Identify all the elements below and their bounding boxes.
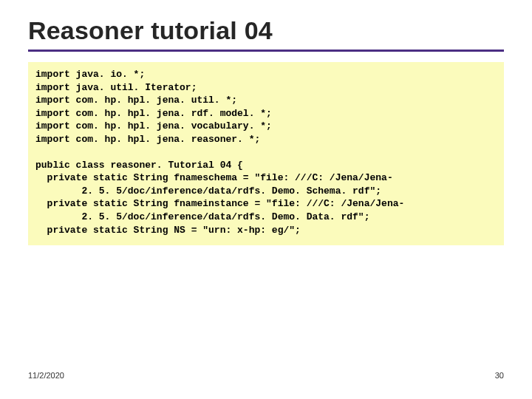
code-line: private static String fnameinstance = "f… <box>35 198 404 209</box>
code-line: private static String NS = "urn: x-hp: e… <box>35 225 301 236</box>
code-line: import com. hp. hpl. jena. vocabulary. *… <box>35 120 272 132</box>
code-block: import java. io. *; import java. util. I… <box>35 68 497 236</box>
code-line: import com. hp. hpl. jena. reasoner. *; <box>35 134 260 145</box>
footer-page: 30 <box>495 371 504 380</box>
code-line: import com. hp. hpl. jena. util. *; <box>35 95 237 106</box>
code-line: public class reasoner. Tutorial 04 { <box>35 160 243 171</box>
footer-date: 11/2/2020 <box>28 371 64 380</box>
slide: Reasoner tutorial 04 import java. io. *;… <box>0 0 532 399</box>
page-title: Reasoner tutorial 04 <box>28 16 504 45</box>
code-line: 2. 5. 5/doc/inference/data/rdfs. Demo. S… <box>35 185 381 197</box>
code-box: import java. io. *; import java. util. I… <box>28 62 504 245</box>
title-wrap: Reasoner tutorial 04 <box>28 16 504 52</box>
code-line: import java. util. Iterator; <box>35 82 197 93</box>
footer: 11/2/2020 30 <box>28 371 504 380</box>
code-line: import com. hp. hpl. jena. rdf. model. *… <box>35 108 272 119</box>
code-line: import java. io. *; <box>35 69 145 80</box>
code-line: 2. 5. 5/doc/inference/data/rdfs. Demo. D… <box>35 211 369 222</box>
code-line: private static String fnameschema = "fil… <box>35 172 393 183</box>
